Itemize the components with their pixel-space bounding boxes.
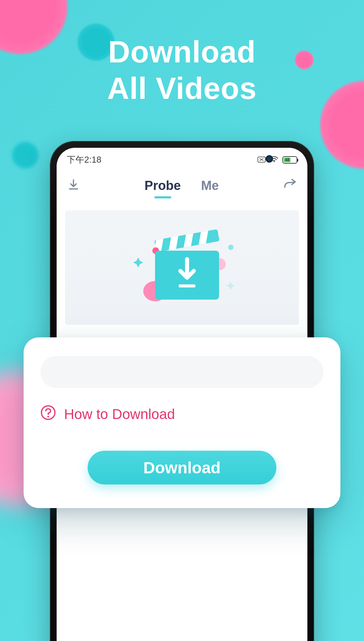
url-input[interactable]	[40, 356, 324, 388]
download-button[interactable]: Download	[88, 451, 276, 484]
hero-line-2: All Videos	[0, 70, 364, 107]
download-card: How to Download Download	[24, 337, 340, 508]
downloads-icon[interactable]	[67, 178, 80, 193]
share-icon[interactable]	[283, 178, 297, 193]
wifi-icon	[270, 155, 278, 165]
battery-icon: 48	[282, 156, 297, 164]
status-right: 48	[257, 155, 297, 165]
decorative-bubble	[12, 142, 39, 169]
battery-level: 48	[284, 158, 291, 162]
how-to-label: How to Download	[64, 406, 175, 422]
tab-me[interactable]: Me	[201, 178, 219, 193]
tab-probe[interactable]: Probe	[145, 178, 181, 193]
svg-point-2	[228, 245, 234, 250]
status-bar: 下午2:18 48	[57, 148, 307, 170]
status-time: 下午2:18	[67, 154, 101, 166]
app-hero-illustration	[65, 210, 299, 325]
svg-rect-13	[179, 284, 195, 287]
hero-line-1: Download	[0, 34, 364, 70]
hero-title: Download All Videos	[0, 34, 364, 107]
svg-point-15	[48, 416, 49, 418]
question-icon	[40, 405, 56, 424]
clapperboard-download-icon	[111, 222, 253, 313]
nav-tabs: Probe Me	[145, 178, 219, 193]
how-to-download-link[interactable]: How to Download	[40, 405, 324, 424]
app-navbar: Probe Me	[57, 170, 307, 197]
svg-point-1	[274, 161, 275, 162]
no-sim-icon	[257, 155, 266, 165]
